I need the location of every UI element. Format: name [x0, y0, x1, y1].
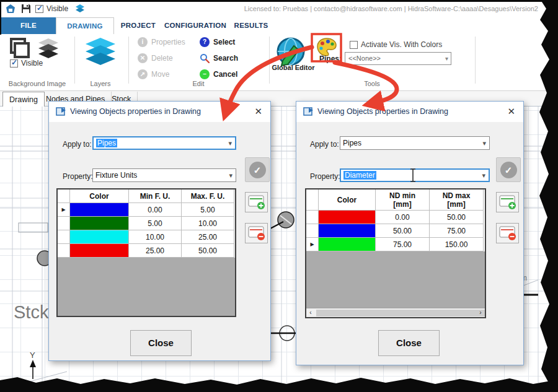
background-image-icon[interactable]: [7, 37, 31, 59]
max-cell[interactable]: 50.00: [182, 244, 234, 258]
select-button[interactable]: ? Select: [200, 37, 235, 47]
color-swatch[interactable]: [70, 230, 129, 244]
color-swatch[interactable]: [319, 211, 376, 224]
checkbox-icon[interactable]: [35, 5, 43, 13]
doc-tab-drawing[interactable]: Drawing: [2, 92, 45, 107]
close-icon[interactable]: ✕: [507, 106, 515, 117]
max-cell[interactable]: 50.00: [430, 211, 484, 224]
apply-to-label: Apply to:: [63, 140, 92, 149]
select-label: Select: [213, 38, 235, 46]
remove-row-button[interactable]: [245, 223, 268, 243]
min-cell[interactable]: 0.00: [376, 211, 430, 224]
move-button[interactable]: ↗ Move: [138, 69, 169, 79]
image-layers-icon[interactable]: [36, 37, 61, 59]
cancel-button[interactable]: – Cancel: [200, 69, 237, 79]
properties-button[interactable]: i Properties: [138, 37, 185, 47]
max-cell[interactable]: 10.00: [182, 217, 234, 230]
table-row[interactable]: 0.00 50.00: [306, 211, 485, 224]
table-header-row: Color Min F. U. Max. F. U.: [58, 189, 235, 203]
visible-checkbox[interactable]: Visible: [35, 4, 68, 13]
table-row[interactable]: 50.00 75.00: [306, 224, 485, 238]
group-label-edit: Edit: [167, 80, 229, 87]
add-row-button[interactable]: [245, 192, 268, 212]
min-cell[interactable]: 5.00: [129, 217, 182, 230]
color-swatch[interactable]: [70, 203, 129, 217]
pipes-label: Pipes:: [319, 54, 342, 63]
app-icon[interactable]: [5, 3, 16, 14]
max-cell[interactable]: 150.00: [430, 238, 484, 251]
table-row[interactable]: ▶ 75.00 150.00: [306, 238, 485, 251]
color-ranges-table[interactable]: Color Min F. U. Max. F. U. ▶ 0.00 5.00 5…: [56, 188, 236, 317]
color-swatch[interactable]: [70, 244, 129, 258]
app-window: Visible Licensed to: Pruebas | contacto@…: [0, 0, 558, 392]
close-button[interactable]: Close: [130, 330, 192, 356]
search-button[interactable]: Search: [200, 53, 238, 63]
color-swatch[interactable]: [70, 217, 129, 230]
max-cell[interactable]: 75.00: [430, 224, 484, 238]
apply-check-button[interactable]: ✓: [496, 157, 521, 182]
max-cell[interactable]: 5.00: [182, 203, 234, 217]
scroll-thumb[interactable]: [316, 310, 485, 316]
color-ranges-table[interactable]: Color ND min[mm] ND max[mm] 0.00 50.00 5…: [305, 188, 486, 318]
question-icon: ?: [200, 37, 210, 47]
min-cell[interactable]: 50.00: [376, 224, 430, 238]
check-icon: ✓: [500, 162, 517, 178]
dialog2-titlebar[interactable]: Viewing Objects properties in Drawing ✕: [296, 102, 523, 122]
delete-button[interactable]: ✕ Delete: [138, 53, 173, 63]
min-cell[interactable]: 25.00: [129, 244, 182, 258]
layers-group-icon[interactable]: [83, 37, 118, 68]
min-cell[interactable]: 75.00: [376, 238, 430, 251]
table-row[interactable]: 5.00 10.00: [58, 217, 235, 230]
checkbox-icon[interactable]: [350, 41, 358, 49]
chevron-down-icon: ▾: [228, 137, 232, 149]
separator: [342, 37, 342, 66]
chevron-down-icon: ▾: [229, 169, 232, 181]
color-swatch[interactable]: [319, 224, 376, 238]
group-label-tools: Tools: [341, 80, 403, 87]
minus-icon: –: [200, 69, 210, 79]
bg-visible-checkbox[interactable]: Visible: [10, 59, 43, 68]
scroll-left-icon[interactable]: ‹: [306, 309, 315, 316]
check-icon: ✓: [249, 162, 266, 178]
tab-drawing[interactable]: DRAWING: [56, 17, 114, 34]
tab-project[interactable]: PROJECT: [114, 17, 162, 34]
table-header-row: Color ND min[mm] ND max[mm]: [306, 189, 485, 211]
tab-configuration[interactable]: CONFIGURATION: [162, 17, 228, 34]
table-row[interactable]: 25.00 50.00: [58, 244, 235, 258]
close-icon[interactable]: ✕: [254, 106, 262, 117]
properties-label: Properties: [151, 38, 185, 46]
layers-icon[interactable]: [74, 3, 86, 14]
color-swatch[interactable]: [319, 238, 376, 251]
arrow-icon: ↗: [138, 69, 148, 79]
activate-colors-checkbox[interactable]: Activate Vis. With Colors: [350, 40, 442, 49]
checkbox-icon[interactable]: [10, 59, 18, 68]
property-dropdown[interactable]: Fixture Units ▾: [92, 168, 236, 182]
global-editor-label: Global Editor: [268, 64, 319, 71]
min-cell[interactable]: 0.00: [129, 203, 182, 217]
pipes-dropdown[interactable]: <<None>> ▾: [345, 52, 451, 65]
chevron-down-icon: ▾: [482, 137, 486, 149]
remove-row-button[interactable]: [496, 223, 519, 243]
close-button[interactable]: Close: [378, 330, 440, 356]
separator: [128, 37, 129, 84]
apply-check-button[interactable]: ✓: [245, 157, 270, 182]
apply-to-dropdown[interactable]: Pipes ▾: [92, 136, 236, 150]
text-cursor-icon: [409, 168, 417, 183]
property-label: Property:: [310, 172, 340, 181]
save-icon[interactable]: [20, 3, 32, 14]
ribbon-tab-row: FILE DRAWING PROJECT CONFIGURATION RESUL…: [0, 17, 558, 34]
max-cell[interactable]: 25.00: [182, 230, 234, 244]
tab-file[interactable]: FILE: [1, 17, 56, 34]
min-cell[interactable]: 10.00: [129, 230, 182, 244]
move-label: Move: [151, 70, 169, 79]
dialog1-titlebar[interactable]: Viewing Objects properties in Drawing ✕: [49, 102, 270, 122]
add-row-icon: [499, 195, 516, 210]
horizontal-scrollbar[interactable]: ‹ ›: [306, 308, 485, 317]
add-row-button[interactable]: [496, 192, 519, 212]
tab-results[interactable]: RESULTS: [228, 17, 274, 34]
table-row[interactable]: 10.00 25.00: [58, 230, 235, 244]
table-row[interactable]: ▶ 0.00 5.00: [58, 203, 235, 217]
apply-to-dropdown[interactable]: Pipes ▾: [340, 136, 490, 150]
group-label-background-image: Background Image: [4, 80, 71, 87]
scroll-right-icon[interactable]: ›: [476, 309, 485, 316]
